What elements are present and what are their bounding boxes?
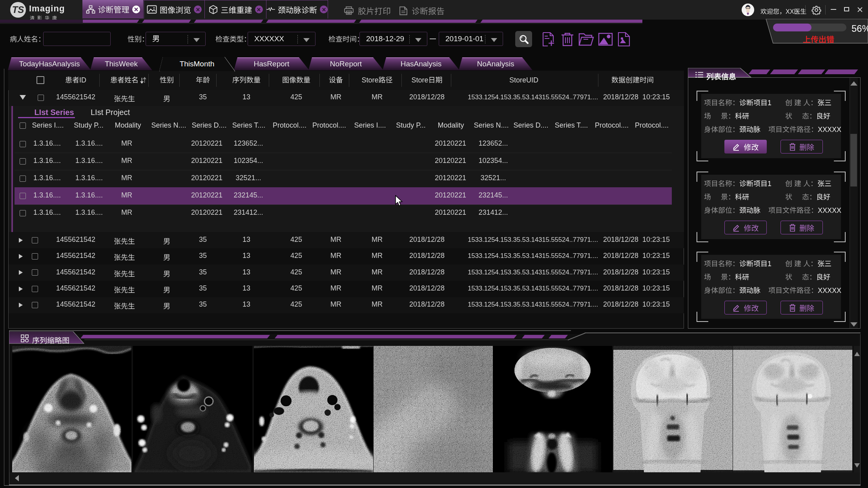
svg-text:TS: TS [12, 4, 24, 15]
